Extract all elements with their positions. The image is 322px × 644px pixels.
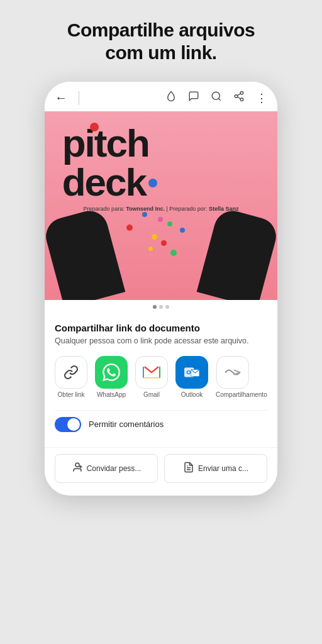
outlook-label: Outlook bbox=[181, 391, 203, 399]
send-label: Enviar uma c... bbox=[198, 464, 248, 473]
send-icon bbox=[183, 462, 194, 475]
confetti-blue bbox=[142, 212, 147, 217]
toggle-label: Permitir comentários bbox=[89, 419, 164, 429]
svg-line-5 bbox=[237, 97, 240, 99]
svg-line-1 bbox=[218, 98, 220, 100]
confetti-yellow2 bbox=[148, 247, 153, 251]
invite-button[interactable]: Convidar pess... bbox=[55, 454, 158, 483]
hand-right bbox=[197, 207, 277, 300]
toolbar-divider bbox=[79, 91, 79, 105]
red-dot-decoration bbox=[90, 123, 99, 131]
toolbar: ← ⋮ bbox=[45, 82, 277, 111]
blue-dot bbox=[148, 179, 157, 187]
whatsapp-icon-box bbox=[95, 356, 128, 389]
comments-toggle[interactable] bbox=[55, 417, 81, 432]
toggle-row: Permitir comentários bbox=[55, 410, 267, 438]
svg-point-3 bbox=[235, 95, 238, 98]
hand-left bbox=[45, 207, 125, 300]
invite-label: Convidar pess... bbox=[87, 464, 142, 473]
share-section: Compartilhar link do documento Qualquer … bbox=[45, 314, 277, 447]
more-label: Compartilhamento bbox=[216, 391, 250, 399]
app-item-more[interactable]: Compartilhamento bbox=[216, 356, 250, 399]
page-wrapper: Compartilhe arquivoscom um link. ← ⋮ bbox=[0, 0, 322, 644]
app-item-outlook[interactable]: O Outlook bbox=[175, 356, 208, 399]
document-subtitle: Preparado para: Townsend Inc. | Preparad… bbox=[62, 206, 260, 212]
svg-point-4 bbox=[240, 98, 243, 101]
share-icon[interactable] bbox=[233, 91, 245, 105]
link-label: Obter link bbox=[58, 391, 85, 399]
send-button[interactable]: Enviar uma c... bbox=[164, 454, 267, 483]
app-item-gmail[interactable]: Gmail bbox=[135, 356, 168, 399]
svg-point-0 bbox=[212, 92, 219, 99]
svg-line-6 bbox=[237, 94, 240, 96]
document-title: pitchdeck bbox=[62, 124, 260, 202]
toolbar-icons: ⋮ bbox=[165, 91, 267, 105]
link-icon-box bbox=[55, 356, 87, 389]
scroll-dot-1 bbox=[153, 305, 157, 309]
share-desc: Qualquer pessoa com o link pode acessar … bbox=[55, 336, 267, 347]
more-icon-box bbox=[216, 356, 249, 389]
scroll-dot-3 bbox=[165, 305, 169, 309]
gmail-icon-box bbox=[135, 356, 168, 389]
comment-icon[interactable] bbox=[188, 91, 199, 105]
app-item-whatsapp[interactable]: WhatsApp bbox=[95, 356, 128, 399]
confetti-green2 bbox=[170, 250, 177, 256]
app-item-link[interactable]: Obter link bbox=[55, 356, 87, 399]
svg-point-2 bbox=[240, 92, 243, 95]
whatsapp-label: WhatsApp bbox=[97, 391, 126, 399]
invite-icon bbox=[72, 462, 83, 475]
confetti-red bbox=[126, 225, 133, 231]
droplet-icon[interactable] bbox=[165, 91, 177, 105]
confetti-yellow bbox=[152, 234, 157, 240]
phone-shell: ← ⋮ bbox=[45, 82, 277, 496]
scroll-dot-2 bbox=[159, 305, 163, 309]
more-icon[interactable]: ⋮ bbox=[256, 91, 267, 105]
search-icon[interactable] bbox=[211, 91, 222, 105]
gmail-label: Gmail bbox=[143, 391, 160, 399]
confetti-red2 bbox=[161, 240, 167, 246]
confetti-pink bbox=[158, 217, 163, 222]
outlook-icon-box: O bbox=[175, 356, 208, 389]
scroll-indicator bbox=[45, 300, 277, 314]
share-title: Compartilhar link do documento bbox=[55, 323, 267, 333]
confetti-green bbox=[167, 221, 172, 226]
app-icons-row: Obter link WhatsApp bbox=[55, 356, 267, 399]
document-preview: pitchdeck Preparado para: Townsend Inc. … bbox=[45, 111, 277, 300]
back-button[interactable]: ← bbox=[55, 91, 67, 105]
action-buttons: Convidar pess... Enviar uma c... bbox=[45, 447, 277, 483]
toggle-knob bbox=[67, 418, 80, 431]
page-headline: Compartilhe arquivoscom um link. bbox=[67, 19, 255, 64]
confetti-blue2 bbox=[180, 228, 185, 233]
svg-point-12 bbox=[75, 463, 79, 467]
svg-text:O: O bbox=[186, 369, 191, 375]
